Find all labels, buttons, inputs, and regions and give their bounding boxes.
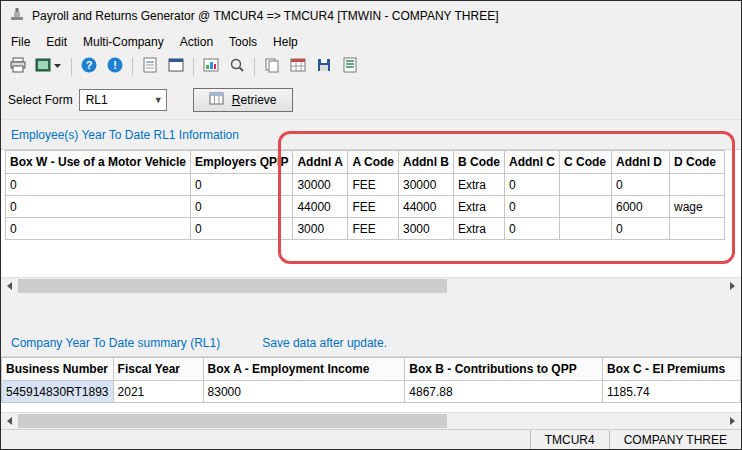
scroll-left-arrow-icon[interactable] <box>1 413 18 429</box>
column-header-business-number[interactable]: Business Number <box>2 358 114 381</box>
title-bar[interactable]: Payroll and Returns Generator @ TMCUR4 =… <box>1 1 741 31</box>
company-section-title: Company Year To Date summary (RL1) <box>11 336 220 350</box>
grid-cell[interactable]: 44000 <box>293 196 348 218</box>
print-button[interactable] <box>5 55 31 79</box>
grid-cell[interactable]: 3000 <box>293 218 348 240</box>
save-data-note: Save data after update. <box>262 336 387 350</box>
spacer <box>1 294 741 330</box>
grid-cell[interactable]: FEE <box>348 174 399 196</box>
column-header-employers-qpip[interactable]: Employers QPIP <box>191 151 293 174</box>
column-header-a-code[interactable]: A Code <box>348 151 399 174</box>
scroll-left-arrow-icon[interactable] <box>1 278 18 294</box>
grid-cell[interactable]: wage <box>669 196 724 218</box>
select-form-label: Select Form <box>8 93 73 107</box>
about-button[interactable]: ! <box>102 55 128 79</box>
grid-cell[interactable]: 3000 <box>398 218 453 240</box>
grid-cell[interactable] <box>669 174 724 196</box>
grid-cell[interactable]: 0 <box>611 218 669 240</box>
employee-section-band: Employee(s) Year To Date RL1 Information <box>1 119 741 149</box>
grid-cell-box-c[interactable]: 1185.74 <box>603 381 741 403</box>
grid-cell[interactable]: Extra <box>453 196 504 218</box>
chevron-down-icon: ▼ <box>154 95 163 105</box>
employee-grid: Box W - Use of a Motor Vehicle Employers… <box>1 149 741 277</box>
grid-cell[interactable]: 0 <box>6 174 191 196</box>
form-button[interactable] <box>137 55 163 79</box>
grid-cell[interactable]: 0 <box>6 218 191 240</box>
grid-cell[interactable]: 0 <box>504 218 559 240</box>
column-header-addnl-b[interactable]: Addnl B <box>398 151 453 174</box>
menu-bar: File Edit Multi-Company Action Tools Hel… <box>1 31 741 53</box>
scrollbar-thumb[interactable] <box>18 279 447 293</box>
grid-cell[interactable]: 0 <box>611 174 669 196</box>
grid-cell[interactable] <box>559 174 611 196</box>
help-icon: ? <box>80 56 98 78</box>
grid-cell-business-number[interactable]: 545914830RT1893 <box>2 381 114 403</box>
grid-cell[interactable]: 0 <box>504 174 559 196</box>
column-header-c-code[interactable]: C Code <box>559 151 611 174</box>
column-header-box-b[interactable]: Box B - Contributions to QPP <box>405 358 603 381</box>
grid-cell[interactable]: Extra <box>453 174 504 196</box>
column-header-addnl-c[interactable]: Addnl C <box>504 151 559 174</box>
report-button[interactable] <box>337 55 363 79</box>
grid-cell[interactable]: 6000 <box>611 196 669 218</box>
save-button[interactable] <box>311 55 337 79</box>
table-row: 0 0 30000 FEE 30000 Extra 0 0 <box>6 174 725 196</box>
retrieve-button[interactable]: Retrieve <box>193 88 293 112</box>
grid-cell[interactable]: 0 <box>191 174 293 196</box>
column-header-fiscal-year[interactable]: Fiscal Year <box>113 358 203 381</box>
chart-button[interactable] <box>198 55 224 79</box>
scrollbar-thumb[interactable] <box>18 414 447 428</box>
grid-cell[interactable] <box>559 196 611 218</box>
menu-file[interactable]: File <box>3 32 38 52</box>
scroll-right-arrow-icon[interactable] <box>724 278 741 294</box>
grid-cell[interactable]: 0 <box>191 218 293 240</box>
grid-cell[interactable]: FEE <box>348 196 399 218</box>
help-button[interactable]: ? <box>76 55 102 79</box>
chart-icon <box>202 56 220 78</box>
grid-cell[interactable]: Extra <box>453 218 504 240</box>
column-header-d-code[interactable]: D Code <box>669 151 724 174</box>
grid-cell[interactable]: FEE <box>348 218 399 240</box>
retrieve-grid-icon <box>209 92 225 109</box>
grid-cell[interactable]: 0 <box>191 196 293 218</box>
search-button[interactable] <box>224 55 250 79</box>
grid-button[interactable] <box>285 55 311 79</box>
grid-cell-box-b[interactable]: 4867.88 <box>405 381 603 403</box>
form-bar: Select Form RL1 ▼ Retrieve <box>1 81 741 119</box>
toolbar-separator <box>254 58 255 76</box>
column-header-addnl-a[interactable]: Addnl A <box>293 151 348 174</box>
toolbar-separator <box>71 58 72 76</box>
toolbar-separator <box>193 58 194 76</box>
window-button[interactable] <box>163 55 189 79</box>
grid-cell[interactable]: 0 <box>6 196 191 218</box>
menu-action[interactable]: Action <box>172 32 221 52</box>
scroll-right-arrow-icon[interactable] <box>724 413 741 429</box>
column-header-b-code[interactable]: B Code <box>453 151 504 174</box>
export-button[interactable] <box>31 55 67 79</box>
form-select[interactable]: RL1 ▼ <box>79 89 167 111</box>
grid-cell-fiscal-year[interactable]: 2021 <box>113 381 203 403</box>
copy-button[interactable] <box>259 55 285 79</box>
grid-cell[interactable]: 30000 <box>398 174 453 196</box>
menu-edit[interactable]: Edit <box>38 32 75 52</box>
company-hscrollbar[interactable] <box>1 412 741 429</box>
toolbar: ? ! <box>1 53 741 81</box>
toolbar-separator <box>132 58 133 76</box>
form-select-value: RL1 <box>86 93 108 107</box>
column-header-box-a[interactable]: Box A - Employment Income <box>203 358 405 381</box>
column-header-box-w[interactable]: Box W - Use of a Motor Vehicle <box>6 151 191 174</box>
save-icon <box>315 56 333 78</box>
document-icon <box>141 56 159 78</box>
menu-multi-company[interactable]: Multi-Company <box>75 32 172 52</box>
grid-cell[interactable] <box>559 218 611 240</box>
column-header-box-c[interactable]: Box C - EI Premiums <box>603 358 741 381</box>
employee-hscrollbar[interactable] <box>1 277 741 294</box>
column-header-addnl-d[interactable]: Addnl D <box>611 151 669 174</box>
menu-tools[interactable]: Tools <box>221 32 265 52</box>
grid-cell[interactable]: 30000 <box>293 174 348 196</box>
grid-cell[interactable] <box>669 218 724 240</box>
grid-cell[interactable]: 0 <box>504 196 559 218</box>
grid-cell-box-a[interactable]: 83000 <box>203 381 405 403</box>
menu-help[interactable]: Help <box>265 32 306 52</box>
grid-cell[interactable]: 44000 <box>398 196 453 218</box>
